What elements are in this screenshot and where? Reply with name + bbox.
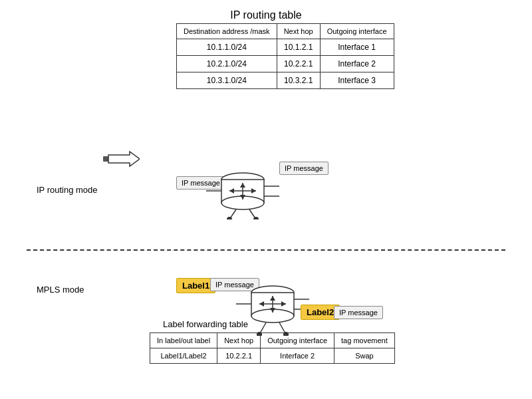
ip-routing-mode-label: IP routing mode	[37, 185, 98, 195]
ip-msg-top-right: IP message	[279, 162, 329, 175]
table-row: Label1/Label210.2.2.1Interface 2Swap	[150, 348, 395, 364]
router-top	[206, 160, 279, 222]
table-row: 10.2.1.0/2410.2.2.1Interface 2	[177, 56, 394, 72]
svg-marker-1	[108, 152, 140, 166]
lft-col-nexthop: Next hop	[217, 333, 261, 348]
label-fwd-wrapper: In label/out label Next hop Outgoing int…	[150, 332, 395, 364]
arrow-wrapper	[103, 148, 140, 174]
router-top-svg	[206, 160, 279, 219]
table-cell: 10.2.1.0/24	[177, 56, 277, 72]
col-header-dest: Destination address /mask	[177, 24, 277, 39]
table-cell: Interface 2	[261, 348, 334, 364]
table-cell: 10.2.2.1	[217, 348, 261, 364]
table-row: 10.1.1.0/2410.1.2.1Interface 1	[177, 39, 394, 56]
mpls-mode-label: MPLS mode	[37, 285, 84, 295]
lft-col-tagmove: tag movement	[334, 333, 395, 348]
page: IP routing table Destination address /ma…	[0, 0, 532, 399]
routing-table-wrapper: Destination address /mask Next hop Outgo…	[176, 23, 394, 89]
table-cell: Interface 2	[320, 56, 394, 72]
table-cell: 10.1.2.1	[277, 39, 320, 56]
routing-table: Destination address /mask Next hop Outgo…	[176, 23, 394, 89]
table-cell: Swap	[334, 348, 395, 364]
dashed-divider	[27, 249, 505, 251]
lft-col-outgoing: Outgoing interface	[261, 333, 334, 348]
table-cell: Interface 1	[320, 39, 394, 56]
svg-rect-0	[103, 156, 108, 162]
table-cell: 10.3.1.0/24	[177, 72, 277, 89]
arrow-icon	[103, 148, 140, 171]
label-fwd-table: In label/out label Next hop Outgoing int…	[150, 332, 395, 364]
lft-col-inout: In label/out label	[150, 333, 217, 348]
label-fwd-title: Label forwarding table	[163, 319, 248, 329]
table-cell: 10.1.1.0/24	[177, 39, 277, 56]
table-row: 10.3.1.0/2410.3.2.1Interface 3	[177, 72, 394, 89]
ip-msg-mpls-right: IP message	[334, 306, 383, 319]
col-header-nexthop: Next hop	[277, 24, 320, 39]
table-cell: Interface 3	[320, 72, 394, 89]
table-cell: 10.3.2.1	[277, 72, 320, 89]
table-cell: 10.2.2.1	[277, 56, 320, 72]
ip-routing-title: IP routing table	[0, 9, 532, 21]
table-cell: Label1/Label2	[150, 348, 217, 364]
col-header-outgoing: Outgoing interface	[320, 24, 394, 39]
